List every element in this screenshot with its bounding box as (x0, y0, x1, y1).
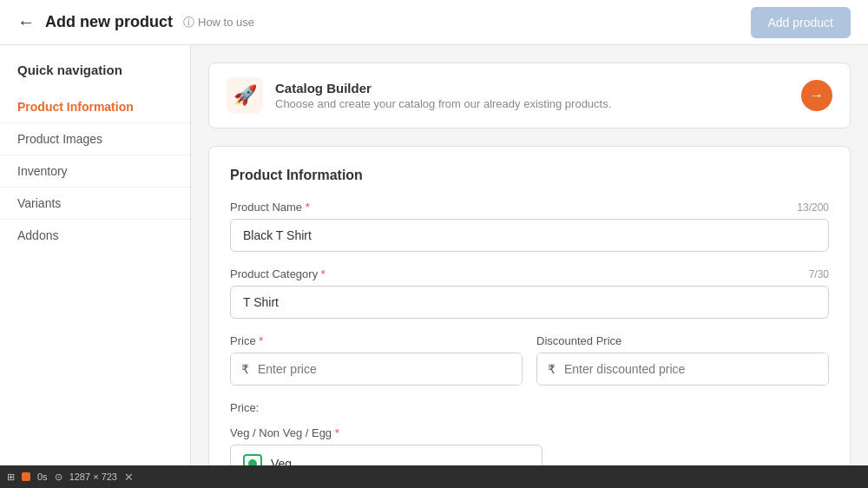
sidebar-item-product-information[interactable]: Product Information (0, 91, 190, 123)
catalog-builder-title: Catalog Builder (275, 81, 611, 96)
content-area: 🚀 Catalog Builder Choose and create your… (191, 45, 868, 488)
arrow-right-icon: → (810, 88, 824, 103)
os-label: 0s (37, 472, 48, 482)
how-to-use-link[interactable]: ⓘ How to use (183, 15, 254, 30)
veg-required: * (335, 426, 339, 439)
discounted-price-group: Discounted Price ₹ (536, 334, 829, 386)
product-category-group: Product Category * 7/30 (230, 267, 829, 319)
camera-icon: ⊙ (55, 472, 62, 483)
info-icon: ⓘ (183, 15, 194, 30)
product-information-form: Product Information Product Name * 13/20… (208, 146, 851, 488)
price-label: Price * (230, 334, 263, 347)
price-input[interactable] (258, 353, 522, 385)
price-input-wrap: ₹ (230, 353, 523, 386)
rocket-icon: 🚀 (227, 77, 263, 114)
page-title: Add new product (45, 13, 173, 31)
product-name-group: Product Name * 13/200 (230, 201, 829, 252)
price-currency-symbol: ₹ (231, 353, 258, 385)
sidebar-item-addons[interactable]: Addons (0, 220, 190, 251)
add-product-button[interactable]: Add product (751, 7, 852, 38)
sidebar-item-product-images[interactable]: Product Images (0, 123, 190, 155)
price-group: Price * ₹ (230, 334, 523, 386)
catalog-arrow-button[interactable]: → (801, 80, 832, 111)
product-name-required: * (306, 201, 310, 214)
product-category-input[interactable] (230, 286, 829, 319)
product-name-label: Product Name * (230, 201, 310, 214)
status-color-dot (22, 472, 30, 481)
how-to-use-label: How to use (198, 16, 254, 29)
product-name-counter: 13/200 (797, 201, 829, 214)
catalog-banner: 🚀 Catalog Builder Choose and create your… (208, 63, 851, 129)
product-category-label: Product Category * (230, 267, 326, 280)
discounted-price-input-wrap: ₹ (536, 353, 829, 386)
sidebar-item-inventory[interactable]: Inventory (0, 155, 190, 188)
header-left: ← Add new product ⓘ How to use (17, 12, 254, 32)
statusbar-close-button[interactable]: ✕ (124, 471, 134, 484)
price-note: Price: (230, 401, 829, 414)
sidebar-title: Quick navigation (0, 63, 190, 91)
grid-icon: ⊞ (7, 472, 15, 483)
price-row: Price * ₹ Discounted Price ₹ (230, 334, 829, 386)
catalog-banner-text: Catalog Builder Choose and create your c… (275, 81, 611, 110)
sidebar-item-variants[interactable]: Variants (0, 188, 190, 220)
price-required: * (259, 334, 263, 347)
resolution-label: 1287 × 723 (69, 472, 117, 482)
sidebar: Quick navigation Product Information Pro… (0, 45, 191, 488)
discounted-price-currency-symbol: ₹ (537, 353, 564, 385)
statusbar: ⊞ 0s ⊙ 1287 × 723 ✕ (0, 465, 868, 488)
product-category-required: * (321, 267, 326, 280)
catalog-builder-subtitle: Choose and create your catalog from our … (275, 97, 611, 110)
back-button[interactable]: ← (17, 12, 35, 32)
main-layout: Quick navigation Product Information Pro… (0, 45, 868, 488)
discounted-price-input[interactable] (564, 353, 828, 385)
form-section-title: Product Information (230, 168, 829, 183)
discounted-price-label: Discounted Price (536, 334, 621, 347)
product-category-counter: 7/30 (809, 268, 829, 280)
veg-label: Veg / Non Veg / Egg * (230, 426, 339, 439)
header: ← Add new product ⓘ How to use Add produ… (0, 0, 868, 45)
product-name-input[interactable] (230, 219, 829, 252)
